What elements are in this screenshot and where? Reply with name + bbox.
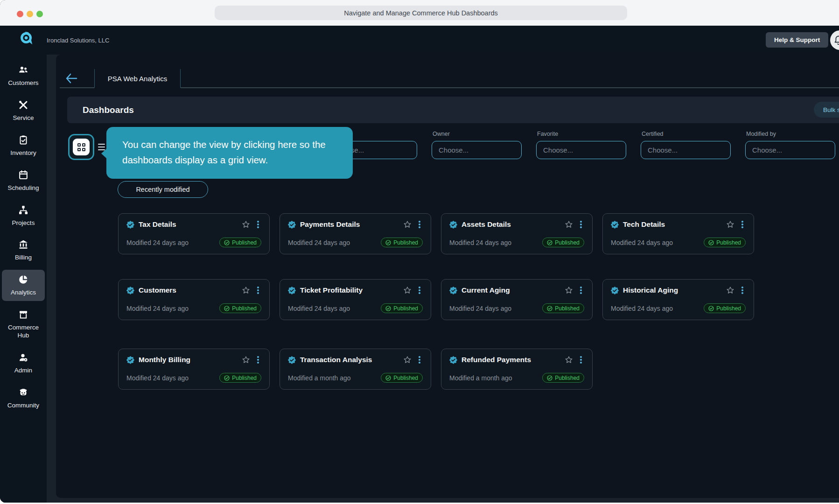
scheduling-icon — [18, 169, 29, 182]
sidebar-item-customers[interactable]: Customers — [2, 60, 45, 91]
card-title: Transaction Analysis — [300, 356, 372, 364]
card-menu-icon[interactable] — [578, 220, 584, 229]
notification-button[interactable] — [830, 30, 839, 50]
status-text: Published — [393, 305, 418, 312]
close-window-button[interactable] — [17, 11, 23, 17]
sort-dropdown[interactable]: Recently modified — [118, 181, 208, 198]
sidebar-item-service[interactable]: Service — [2, 95, 45, 126]
back-arrow-icon[interactable] — [65, 73, 77, 84]
card-modified-text: Modified 24 days ago — [611, 305, 673, 312]
dashboard-card[interactable]: Monthly Billing Modified 24 days ago — [118, 349, 270, 390]
sidebar-item-analytics[interactable]: Analytics — [2, 270, 45, 301]
favorite-star-icon[interactable] — [403, 355, 412, 364]
favorite-star-icon[interactable] — [726, 286, 735, 295]
card-title: Assets Details — [461, 220, 511, 229]
favorite-star-icon[interactable] — [564, 220, 573, 229]
favorite-star-icon[interactable] — [241, 286, 251, 295]
tab-divider — [60, 87, 94, 88]
card-modified-text: Modified 24 days ago — [288, 305, 350, 312]
card-modified-text: Modified a month ago — [449, 374, 512, 382]
tab-divider — [181, 87, 839, 88]
certified-badge-icon — [611, 287, 619, 294]
check-icon — [385, 375, 391, 381]
card-title: Current Aging — [461, 286, 510, 294]
card-title: Customers — [139, 286, 176, 294]
view-toggle-spotlight — [68, 134, 94, 160]
dashboard-card[interactable]: Refunded Payments Modified a month ago — [441, 349, 593, 390]
status-text: Published — [393, 239, 418, 246]
dashboard-card[interactable]: Transaction Analysis Modified a month ag… — [280, 349, 431, 390]
card-menu-icon[interactable] — [578, 286, 584, 295]
card-menu-icon[interactable] — [416, 286, 423, 295]
macos-titlebar: Navigate and Manage Commerce Hub Dashboa… — [0, 0, 839, 26]
dashboard-card[interactable]: Historical Aging Modified 24 days ago — [602, 279, 754, 320]
dashboard-card[interactable]: Ticket Profitability Modified 24 days ag… — [280, 279, 431, 320]
app-logo-icon — [20, 31, 34, 46]
help-support-button[interactable]: Help & Support — [766, 32, 828, 48]
filter-label: Modified by — [746, 131, 835, 138]
card-modified-text: Modified 24 days ago — [126, 239, 189, 246]
dashboard-card[interactable]: Tech Details Modified 24 days ago — [602, 213, 754, 254]
sidebar-item-billing[interactable]: Billing — [2, 235, 45, 266]
card-menu-icon[interactable] — [255, 220, 261, 229]
card-menu-icon[interactable] — [416, 355, 423, 364]
sidebar-item-admin[interactable]: Admin — [2, 348, 45, 379]
bulk-select-button[interactable]: Bulk select — [814, 102, 839, 118]
company-name: Ironclad Solutions, LLC — [47, 26, 109, 55]
filter-label: Certified — [642, 131, 731, 138]
card-menu-icon[interactable] — [578, 355, 584, 364]
page-title: Dashboards — [83, 97, 134, 123]
published-status-badge: Published — [219, 373, 261, 383]
dashboard-card[interactable]: Assets Details Modified 24 days ago — [441, 213, 593, 254]
tab-psa-web-analytics[interactable]: PSA Web Analytics — [94, 69, 181, 88]
published-status-badge: Published — [542, 373, 584, 383]
tooltip-text: You can change the view by clicking here… — [122, 139, 326, 165]
sidebar-item-scheduling[interactable]: Scheduling — [2, 165, 45, 196]
analytics-icon — [18, 274, 29, 287]
card-title: Refunded Payments — [461, 356, 531, 364]
card-menu-icon[interactable] — [255, 286, 261, 295]
status-text: Published — [555, 305, 580, 312]
favorite-star-icon[interactable] — [403, 286, 412, 295]
dashboard-card[interactable]: Payments Details Modified 24 days ago — [280, 213, 431, 254]
app-window: Navigate and Manage Commerce Hub Dashboa… — [0, 0, 839, 503]
check-icon — [547, 306, 552, 311]
dashboard-card[interactable]: Current Aging Modified 24 days ago — [441, 279, 593, 320]
commerce-hub-icon — [18, 309, 29, 322]
published-status-badge: Published — [381, 303, 423, 313]
favorite-star-icon[interactable] — [241, 220, 251, 229]
published-status-badge: Published — [219, 303, 261, 313]
certified-badge-icon — [611, 221, 619, 229]
published-status-badge: Published — [381, 373, 423, 383]
minimize-window-button[interactable] — [27, 11, 33, 17]
favorite-star-icon[interactable] — [564, 286, 573, 295]
card-menu-icon[interactable] — [416, 220, 423, 229]
grid-view-button[interactable] — [73, 139, 90, 155]
filter-input[interactable] — [745, 141, 835, 159]
sidebar-item-projects[interactable]: Projects — [2, 200, 45, 231]
filter-input[interactable] — [432, 141, 522, 159]
check-icon — [708, 306, 714, 311]
list-view-icon — [98, 144, 105, 145]
sidebar-item-inventory[interactable]: Inventory — [2, 130, 45, 161]
filter-input[interactable] — [536, 141, 626, 159]
favorite-star-icon[interactable] — [726, 220, 735, 229]
favorite-star-icon[interactable] — [403, 220, 412, 229]
card-menu-icon[interactable] — [739, 286, 746, 295]
filter-input[interactable] — [641, 141, 731, 159]
favorite-star-icon[interactable] — [564, 355, 573, 364]
card-menu-icon[interactable] — [739, 220, 746, 229]
sidebar-item-commerce-hub[interactable]: Commerce Hub — [2, 305, 45, 344]
card-title: Ticket Profitability — [300, 286, 363, 294]
card-menu-icon[interactable] — [255, 355, 261, 364]
coachmark-tooltip: You can change the view by clicking here… — [106, 127, 353, 179]
filter-favorite: Favorite — [536, 131, 626, 159]
zoom-window-button[interactable] — [36, 11, 43, 17]
sidebar-item-community[interactable]: Community — [2, 383, 45, 414]
sidebar-nav: Customers Service Inventory Scheduling P… — [0, 55, 47, 503]
filter-certified: Certified — [641, 131, 731, 159]
dashboard-card[interactable]: Tax Details Modified 24 days ago — [118, 213, 270, 254]
favorite-star-icon[interactable] — [241, 355, 251, 364]
check-icon — [708, 240, 714, 245]
dashboard-card[interactable]: Customers Modified 24 days ago — [118, 279, 270, 320]
